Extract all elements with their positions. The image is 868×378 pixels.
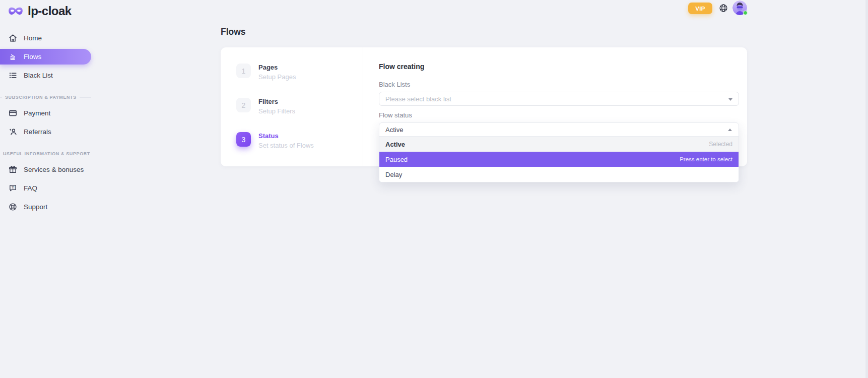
sidebar-item-flows[interactable]: Flows	[0, 49, 91, 65]
list-icon	[9, 71, 17, 80]
vip-button[interactable]: VIP	[688, 3, 712, 14]
brand-logo[interactable]: lp-cloak	[0, 3, 101, 19]
sidebar-item-label: FAQ	[24, 184, 37, 192]
step-subtitle: Setup Pages	[258, 73, 296, 81]
flow-card: 1 Pages Setup Pages 2 Filters Setup Filt…	[221, 47, 747, 166]
sidebar-item-home[interactable]: Home	[0, 29, 101, 47]
gift-icon	[9, 165, 17, 174]
sidebar-item-label: Support	[24, 203, 47, 211]
sidebar-nav: Home Flows Black List SUBSCRIPTION & PAY…	[0, 29, 101, 216]
step-subtitle: Set status of Flows	[258, 142, 314, 149]
stepper: 1 Pages Setup Pages 2 Filters Setup Filt…	[221, 47, 363, 166]
brand-name: lp-cloak	[28, 4, 72, 18]
chevron-up-icon	[728, 129, 732, 131]
option-active[interactable]: Active Selected	[379, 137, 739, 152]
sidebar-item-faq[interactable]: ?! FAQ	[0, 179, 101, 198]
option-label: Delay	[385, 171, 402, 178]
black-lists-label: Black Lists	[379, 81, 739, 88]
option-delay[interactable]: Delay	[379, 167, 739, 182]
home-icon	[9, 34, 17, 42]
flow-status-label: Flow status	[379, 111, 739, 119]
sidebar-section-subscription-payments: SUBSCRIPTION & PAYMENTS	[0, 95, 91, 100]
press-enter-hint: Press enter to select	[680, 156, 732, 162]
sidebar-item-services-bonuses[interactable]: Services & bonuses	[0, 160, 101, 179]
step-title: Pages	[258, 64, 296, 71]
step-number: 1	[236, 64, 251, 78]
main-content: Flows 1 Pages Setup Pages 2 Filters Setu…	[221, 26, 747, 166]
scrollbar[interactable]	[865, 0, 868, 378]
faq-glyph: ?!	[12, 185, 15, 189]
faq-bubble-icon: ?!	[9, 184, 17, 193]
black-lists-select[interactable]	[379, 92, 739, 106]
lifebuoy-icon	[9, 203, 17, 211]
sidebar-item-payment[interactable]: Payment	[0, 104, 101, 122]
language-globe-icon[interactable]	[719, 4, 728, 13]
sidebar-item-label: Services & bonuses	[24, 166, 84, 173]
avatar[interactable]	[732, 1, 747, 15]
online-status-dot	[743, 11, 748, 15]
sidebar-item-label: Flows	[24, 53, 41, 60]
step-subtitle: Setup Filters	[258, 107, 295, 115]
form-title: Flow creating	[379, 62, 739, 71]
flow-status-select[interactable]: Active	[379, 123, 739, 137]
sidebar-item-label: Home	[24, 34, 42, 42]
sidebar-section-useful-information: USEFUL INFORMATION & SUPPORT	[0, 151, 91, 156]
sidebar-item-support[interactable]: Support	[0, 198, 101, 216]
flows-stack-icon	[9, 52, 17, 61]
sidebar-item-black-list[interactable]: Black List	[0, 66, 101, 85]
step-pages[interactable]: 1 Pages Setup Pages	[236, 64, 363, 81]
step-title: Status	[258, 133, 314, 140]
credit-card-icon	[9, 109, 17, 117]
option-paused[interactable]: Paused Press enter to select	[379, 152, 739, 167]
sidebar-item-label: Referrals	[24, 128, 51, 136]
black-lists-input[interactable]	[379, 92, 739, 106]
sidebar: lp-cloak Home Flows Black List SUBSCRIPT…	[0, 0, 101, 378]
mask-logo-icon	[8, 6, 23, 17]
section-label: USEFUL INFORMATION & SUPPORT	[3, 151, 90, 156]
section-label: SUBSCRIPTION & PAYMENTS	[5, 95, 77, 100]
sidebar-item-label: Payment	[24, 109, 50, 117]
referral-user-icon	[9, 128, 17, 136]
sidebar-item-label: Black List	[24, 72, 53, 79]
step-number: 2	[236, 98, 251, 112]
option-label: Active	[385, 141, 405, 148]
page-title: Flows	[221, 26, 747, 37]
step-title: Filters	[258, 98, 295, 105]
chevron-down-icon	[728, 98, 732, 101]
flow-status-dropdown: Active Active Selected Paused Press ente…	[379, 122, 739, 182]
step-status[interactable]: 3 Status Set status of Flows	[236, 132, 363, 149]
option-label: Paused	[385, 156, 408, 163]
step-number: 3	[236, 132, 251, 147]
flow-status-value: Active	[385, 126, 403, 134]
sidebar-item-referrals[interactable]: Referrals	[0, 122, 101, 141]
selected-badge: Selected	[709, 141, 732, 148]
step-filters[interactable]: 2 Filters Setup Filters	[236, 98, 363, 115]
flow-creating-form: Flow creating Black Lists Flow status Ac…	[379, 62, 739, 182]
